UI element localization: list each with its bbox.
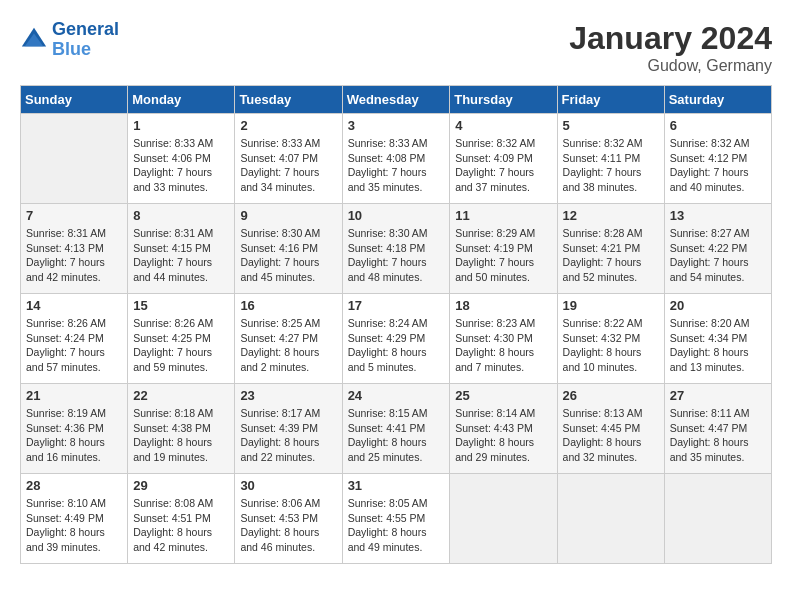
day-info: Sunrise: 8:10 AMSunset: 4:49 PMDaylight:… bbox=[26, 496, 122, 555]
day-cell: 23Sunrise: 8:17 AMSunset: 4:39 PMDayligh… bbox=[235, 384, 342, 474]
day-info: Sunrise: 8:28 AMSunset: 4:21 PMDaylight:… bbox=[563, 226, 659, 285]
day-number: 26 bbox=[563, 388, 659, 403]
header-row: SundayMondayTuesdayWednesdayThursdayFrid… bbox=[21, 86, 772, 114]
day-cell: 4Sunrise: 8:32 AMSunset: 4:09 PMDaylight… bbox=[450, 114, 557, 204]
day-cell: 10Sunrise: 8:30 AMSunset: 4:18 PMDayligh… bbox=[342, 204, 450, 294]
day-cell: 22Sunrise: 8:18 AMSunset: 4:38 PMDayligh… bbox=[128, 384, 235, 474]
day-number: 22 bbox=[133, 388, 229, 403]
day-info: Sunrise: 8:27 AMSunset: 4:22 PMDaylight:… bbox=[670, 226, 766, 285]
day-info: Sunrise: 8:26 AMSunset: 4:25 PMDaylight:… bbox=[133, 316, 229, 375]
day-cell: 27Sunrise: 8:11 AMSunset: 4:47 PMDayligh… bbox=[664, 384, 771, 474]
day-cell: 8Sunrise: 8:31 AMSunset: 4:15 PMDaylight… bbox=[128, 204, 235, 294]
day-cell: 20Sunrise: 8:20 AMSunset: 4:34 PMDayligh… bbox=[664, 294, 771, 384]
day-info: Sunrise: 8:15 AMSunset: 4:41 PMDaylight:… bbox=[348, 406, 445, 465]
day-number: 13 bbox=[670, 208, 766, 223]
day-cell: 16Sunrise: 8:25 AMSunset: 4:27 PMDayligh… bbox=[235, 294, 342, 384]
week-row-2: 7Sunrise: 8:31 AMSunset: 4:13 PMDaylight… bbox=[21, 204, 772, 294]
day-info: Sunrise: 8:33 AMSunset: 4:06 PMDaylight:… bbox=[133, 136, 229, 195]
day-info: Sunrise: 8:25 AMSunset: 4:27 PMDaylight:… bbox=[240, 316, 336, 375]
day-cell: 24Sunrise: 8:15 AMSunset: 4:41 PMDayligh… bbox=[342, 384, 450, 474]
week-row-4: 21Sunrise: 8:19 AMSunset: 4:36 PMDayligh… bbox=[21, 384, 772, 474]
day-number: 4 bbox=[455, 118, 551, 133]
day-info: Sunrise: 8:32 AMSunset: 4:09 PMDaylight:… bbox=[455, 136, 551, 195]
day-info: Sunrise: 8:31 AMSunset: 4:15 PMDaylight:… bbox=[133, 226, 229, 285]
page-header: General Blue January 2024 Gudow, Germany bbox=[20, 20, 772, 75]
day-number: 15 bbox=[133, 298, 229, 313]
day-number: 24 bbox=[348, 388, 445, 403]
day-info: Sunrise: 8:08 AMSunset: 4:51 PMDaylight:… bbox=[133, 496, 229, 555]
day-info: Sunrise: 8:05 AMSunset: 4:55 PMDaylight:… bbox=[348, 496, 445, 555]
day-cell: 14Sunrise: 8:26 AMSunset: 4:24 PMDayligh… bbox=[21, 294, 128, 384]
day-number: 28 bbox=[26, 478, 122, 493]
week-row-1: 1Sunrise: 8:33 AMSunset: 4:06 PMDaylight… bbox=[21, 114, 772, 204]
day-number: 21 bbox=[26, 388, 122, 403]
day-cell: 1Sunrise: 8:33 AMSunset: 4:06 PMDaylight… bbox=[128, 114, 235, 204]
day-number: 14 bbox=[26, 298, 122, 313]
logo-text: General Blue bbox=[52, 20, 119, 60]
day-info: Sunrise: 8:20 AMSunset: 4:34 PMDaylight:… bbox=[670, 316, 766, 375]
col-header-saturday: Saturday bbox=[664, 86, 771, 114]
day-cell: 6Sunrise: 8:32 AMSunset: 4:12 PMDaylight… bbox=[664, 114, 771, 204]
col-header-wednesday: Wednesday bbox=[342, 86, 450, 114]
day-cell: 30Sunrise: 8:06 AMSunset: 4:53 PMDayligh… bbox=[235, 474, 342, 564]
day-info: Sunrise: 8:18 AMSunset: 4:38 PMDaylight:… bbox=[133, 406, 229, 465]
day-number: 30 bbox=[240, 478, 336, 493]
logo-icon bbox=[20, 26, 48, 54]
day-number: 10 bbox=[348, 208, 445, 223]
week-row-5: 28Sunrise: 8:10 AMSunset: 4:49 PMDayligh… bbox=[21, 474, 772, 564]
day-number: 9 bbox=[240, 208, 336, 223]
day-info: Sunrise: 8:17 AMSunset: 4:39 PMDaylight:… bbox=[240, 406, 336, 465]
day-number: 23 bbox=[240, 388, 336, 403]
day-cell: 21Sunrise: 8:19 AMSunset: 4:36 PMDayligh… bbox=[21, 384, 128, 474]
logo: General Blue bbox=[20, 20, 119, 60]
day-number: 29 bbox=[133, 478, 229, 493]
col-header-thursday: Thursday bbox=[450, 86, 557, 114]
day-number: 17 bbox=[348, 298, 445, 313]
day-cell: 5Sunrise: 8:32 AMSunset: 4:11 PMDaylight… bbox=[557, 114, 664, 204]
col-header-sunday: Sunday bbox=[21, 86, 128, 114]
day-info: Sunrise: 8:06 AMSunset: 4:53 PMDaylight:… bbox=[240, 496, 336, 555]
month-title: January 2024 bbox=[569, 20, 772, 57]
day-cell: 26Sunrise: 8:13 AMSunset: 4:45 PMDayligh… bbox=[557, 384, 664, 474]
day-info: Sunrise: 8:31 AMSunset: 4:13 PMDaylight:… bbox=[26, 226, 122, 285]
day-cell: 7Sunrise: 8:31 AMSunset: 4:13 PMDaylight… bbox=[21, 204, 128, 294]
logo-line1: General bbox=[52, 19, 119, 39]
title-block: January 2024 Gudow, Germany bbox=[569, 20, 772, 75]
calendar-table: SundayMondayTuesdayWednesdayThursdayFrid… bbox=[20, 85, 772, 564]
day-cell: 31Sunrise: 8:05 AMSunset: 4:55 PMDayligh… bbox=[342, 474, 450, 564]
day-info: Sunrise: 8:33 AMSunset: 4:07 PMDaylight:… bbox=[240, 136, 336, 195]
day-number: 16 bbox=[240, 298, 336, 313]
day-number: 11 bbox=[455, 208, 551, 223]
day-number: 20 bbox=[670, 298, 766, 313]
col-header-monday: Monday bbox=[128, 86, 235, 114]
day-number: 31 bbox=[348, 478, 445, 493]
day-cell: 2Sunrise: 8:33 AMSunset: 4:07 PMDaylight… bbox=[235, 114, 342, 204]
day-number: 27 bbox=[670, 388, 766, 403]
day-info: Sunrise: 8:13 AMSunset: 4:45 PMDaylight:… bbox=[563, 406, 659, 465]
day-cell: 29Sunrise: 8:08 AMSunset: 4:51 PMDayligh… bbox=[128, 474, 235, 564]
day-number: 2 bbox=[240, 118, 336, 133]
day-number: 12 bbox=[563, 208, 659, 223]
day-cell: 18Sunrise: 8:23 AMSunset: 4:30 PMDayligh… bbox=[450, 294, 557, 384]
day-cell bbox=[557, 474, 664, 564]
day-info: Sunrise: 8:29 AMSunset: 4:19 PMDaylight:… bbox=[455, 226, 551, 285]
col-header-tuesday: Tuesday bbox=[235, 86, 342, 114]
day-number: 1 bbox=[133, 118, 229, 133]
day-info: Sunrise: 8:32 AMSunset: 4:11 PMDaylight:… bbox=[563, 136, 659, 195]
day-cell: 25Sunrise: 8:14 AMSunset: 4:43 PMDayligh… bbox=[450, 384, 557, 474]
location: Gudow, Germany bbox=[569, 57, 772, 75]
day-number: 7 bbox=[26, 208, 122, 223]
day-info: Sunrise: 8:30 AMSunset: 4:18 PMDaylight:… bbox=[348, 226, 445, 285]
day-info: Sunrise: 8:19 AMSunset: 4:36 PMDaylight:… bbox=[26, 406, 122, 465]
day-cell: 12Sunrise: 8:28 AMSunset: 4:21 PMDayligh… bbox=[557, 204, 664, 294]
col-header-friday: Friday bbox=[557, 86, 664, 114]
day-cell bbox=[664, 474, 771, 564]
day-info: Sunrise: 8:22 AMSunset: 4:32 PMDaylight:… bbox=[563, 316, 659, 375]
day-number: 18 bbox=[455, 298, 551, 313]
day-number: 8 bbox=[133, 208, 229, 223]
day-info: Sunrise: 8:26 AMSunset: 4:24 PMDaylight:… bbox=[26, 316, 122, 375]
day-cell: 17Sunrise: 8:24 AMSunset: 4:29 PMDayligh… bbox=[342, 294, 450, 384]
day-cell: 13Sunrise: 8:27 AMSunset: 4:22 PMDayligh… bbox=[664, 204, 771, 294]
day-info: Sunrise: 8:23 AMSunset: 4:30 PMDaylight:… bbox=[455, 316, 551, 375]
day-cell: 11Sunrise: 8:29 AMSunset: 4:19 PMDayligh… bbox=[450, 204, 557, 294]
